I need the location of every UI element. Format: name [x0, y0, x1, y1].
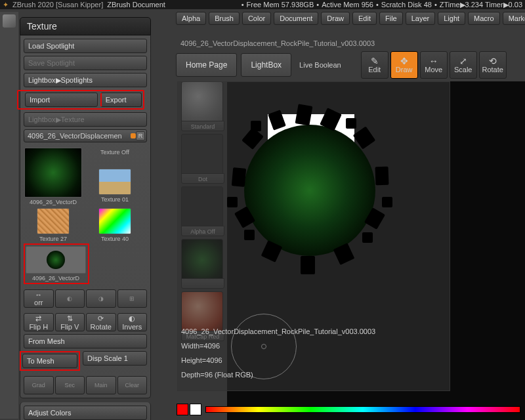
to-mesh-button[interactable]: To Mesh: [22, 354, 77, 368]
lightbox-spotlights-button[interactable]: Lightbox▶Spotlights: [24, 73, 147, 87]
info-name: 4096_26_VectorDisplacement_RockPile_Tuto…: [181, 324, 375, 339]
texture-item[interactable]: Texture 27: [24, 208, 83, 242]
hue-slider[interactable]: [205, 406, 520, 413]
load-spotlight-button[interactable]: Load Spotlight: [24, 39, 147, 53]
small-btn[interactable]: ◐: [55, 289, 85, 308]
texture-info: 4096_26_VectorDisplacement_RockPile_Tuto…: [181, 324, 375, 382]
app-logo: ✦: [3, 1, 9, 9]
adjust-colors-button[interactable]: Adjust Colors: [24, 406, 147, 420]
inverse-button[interactable]: ◐Invers: [117, 313, 148, 331]
from-mesh-button[interactable]: From Mesh: [24, 334, 147, 348]
mode-edit[interactable]: ✎Edit: [361, 51, 388, 79]
menu-marker[interactable]: Marker: [503, 12, 525, 25]
texture-item[interactable]: 4096_26_VectorD: [24, 148, 83, 205]
color-swatch[interactable]: [190, 404, 201, 415]
texture-panel: Texture Load Spotlight Save Spotlight Li…: [20, 17, 151, 420]
menu-layer[interactable]: Layer: [406, 12, 436, 25]
disp-scale-slider[interactable]: Disp Scale 1: [83, 351, 147, 366]
menu-file[interactable]: File: [379, 12, 403, 25]
toolbar: Home Page LightBox Live Boolean ✎Edit✥Dr…: [176, 51, 507, 79]
corr-button[interactable]: ↔orr: [24, 289, 54, 308]
mode-scale[interactable]: ⤢Scale: [450, 51, 477, 79]
rotate-button[interactable]: ⟳Rotate: [86, 313, 116, 331]
mode-draw[interactable]: ✥Draw: [390, 51, 418, 79]
left-palette: [0, 12, 18, 419]
menu-alpha[interactable]: Alpha: [176, 12, 206, 25]
info-width: Width=4096: [181, 339, 375, 353]
clear-button[interactable]: Clear: [117, 376, 148, 394]
menu-brush[interactable]: Brush: [209, 12, 240, 25]
live-boolean-label[interactable]: Live Boolean: [295, 61, 345, 69]
slider-knob[interactable]: [131, 133, 136, 138]
sec-button[interactable]: Sec: [55, 376, 85, 394]
active-mem: Active Mem 956: [322, 1, 373, 9]
small-btn[interactable]: ◑: [86, 289, 116, 308]
small-btn[interactable]: ⊞: [117, 289, 148, 308]
rock-preview: [218, 98, 402, 282]
texture-item[interactable]: Texture 40: [85, 208, 144, 242]
document-name: 4096_26_VectorDisplacement_RockPile_Tuto…: [180, 39, 375, 47]
flip-h-button[interactable]: ⇄Flip H: [24, 313, 54, 331]
menubar: AlphaBrushColorDocumentDrawEditFileLayer…: [176, 12, 525, 25]
import-button[interactable]: Import: [25, 93, 98, 107]
menu-color[interactable]: Color: [242, 12, 271, 25]
palette-icon[interactable]: [3, 14, 16, 28]
lightbox-button[interactable]: LightBox: [241, 53, 291, 77]
color-swatch[interactable]: [177, 404, 188, 415]
mode-move[interactable]: ↔Move: [420, 51, 448, 79]
menu-document[interactable]: Document: [274, 12, 318, 25]
home-button[interactable]: Home Page: [176, 53, 237, 77]
panel-title[interactable]: Texture: [20, 17, 151, 35]
menu-edit[interactable]: Edit: [352, 12, 377, 25]
save-spotlight-button[interactable]: Save Spotlight: [24, 56, 147, 70]
main-button[interactable]: Main: [86, 376, 116, 394]
grad-button[interactable]: Grad: [24, 376, 54, 394]
texture-item[interactable]: Texture OffTexture 01: [85, 148, 144, 205]
ztime: ZTime▶3.234 Timer▶0.03: [440, 1, 522, 9]
doc-title: ZBrush Document: [107, 1, 165, 9]
color-bar[interactable]: [176, 403, 524, 417]
menu-light[interactable]: Light: [438, 12, 465, 25]
info-depth: Depth=96 (Float RGB): [181, 368, 375, 382]
current-texture-slider[interactable]: 4096_26_VectorDisplacemen R: [24, 129, 147, 142]
menu-draw[interactable]: Draw: [321, 12, 350, 25]
export-button[interactable]: Export: [100, 93, 142, 107]
texture-item-selected[interactable]: 4096_26_VectorD: [26, 246, 85, 282]
mode-rotate[interactable]: ⟲Rotate: [479, 51, 507, 79]
scratch-disk: Scratch Disk 48: [381, 1, 432, 9]
free-mem: Free Mem 57.938GB: [247, 1, 314, 9]
flip-v-button[interactable]: ⇅Flip V: [55, 313, 85, 331]
menu-macro[interactable]: Macro: [468, 12, 500, 25]
app-title: ZBrush 2020 [Susan Kipper]: [12, 1, 103, 9]
info-height: Height=4096: [181, 353, 375, 368]
current-texture-label: 4096_26_VectorDisplacemen: [28, 132, 122, 140]
lightbox-texture-button[interactable]: Lightbox▶Texture: [24, 112, 147, 127]
reset-icon[interactable]: R: [136, 131, 145, 140]
statusbar: •Free Mem 57.938GB •Active Mem 956 •Scra…: [236, 0, 525, 9]
